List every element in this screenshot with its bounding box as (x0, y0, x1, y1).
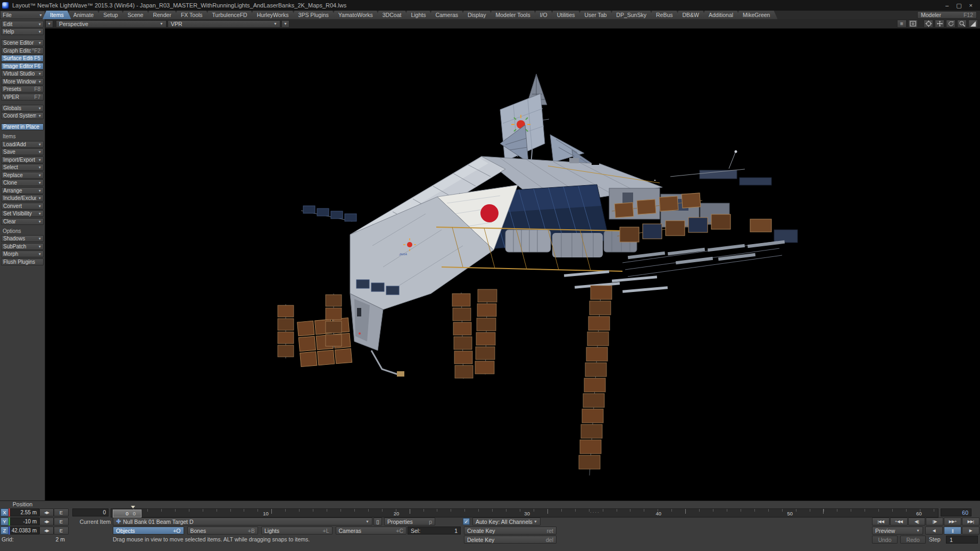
transport-button[interactable]: +◀◀ (890, 517, 908, 525)
render-mode-select[interactable]: VPR ▼ (168, 20, 280, 28)
preview-select[interactable]: Preview ▼ (872, 527, 923, 535)
sidebar-item[interactable]: Coord System ▼ (1, 112, 44, 119)
sidebar-item[interactable]: More Windows ▼ (1, 78, 44, 85)
maximize-button[interactable]: ▢ (956, 2, 961, 9)
current-item-select[interactable]: ✚ Null Bank 01 Beam Target D ▼ (113, 517, 372, 525)
end-frame-field[interactable]: 60 (941, 508, 971, 516)
autokey-select[interactable]: Auto Key: All Channels ▼ (472, 517, 541, 525)
sidebar-item[interactable]: Save ▼ (1, 148, 44, 155)
position-y-field[interactable]: -10 m (10, 517, 39, 525)
sidebar-item[interactable]: Clone ▼ (1, 179, 44, 186)
axis-y-button[interactable]: Y (1, 517, 9, 525)
menu-tab[interactable]: DP_SunSky (609, 11, 654, 19)
view-mode-select[interactable]: Perspective ▼ (56, 20, 167, 28)
sidebar-item[interactable]: Options (1, 228, 44, 235)
pause-button[interactable]: || (944, 527, 961, 535)
menu-tab[interactable]: HurleyWorks (250, 11, 296, 19)
edit-mode-button[interactable]: Bones +B (187, 527, 259, 535)
step-field[interactable]: 1 (946, 536, 978, 544)
sidebar-item[interactable]: Virtual Studio ▼ (1, 70, 44, 77)
viewport-list-icon[interactable]: ≡ (897, 20, 907, 28)
menu-tab[interactable]: TurbulenceFD (205, 11, 255, 19)
position-x-field[interactable]: 2.55 m (10, 508, 39, 516)
sidebar-item[interactable]: Presets F8 (1, 86, 44, 93)
axis-z-button[interactable]: Z (1, 527, 9, 535)
z-stepper[interactable]: ◀▶ (39, 527, 54, 535)
transport-button[interactable]: ||▶ (926, 517, 943, 525)
sidebar-item[interactable]: Parent in Place (1, 123, 44, 130)
sidebar-item[interactable]: Replace ▼ (1, 172, 44, 179)
menu-tab[interactable]: User Tab (577, 11, 614, 19)
axis-x-button[interactable]: X (1, 508, 9, 516)
rotate-view-icon[interactable] (946, 20, 956, 28)
sidebar-item[interactable]: Scene Editor ▼ (1, 39, 44, 46)
sidebar-item[interactable]: Items (1, 133, 44, 140)
sidebar-item[interactable]: Globals ▼ (1, 105, 44, 112)
fit-selected-icon[interactable] (908, 20, 918, 28)
current-frame-field[interactable]: 0 (72, 508, 109, 516)
sidebar-item[interactable]: Import/Export ▼ (1, 156, 44, 163)
viewport-3d[interactable]: JAXA JAXA (45, 29, 980, 500)
sidebar-item[interactable]: Graph Editor ^F2 (1, 47, 44, 54)
menu-tab[interactable]: Modeler Tools (488, 11, 537, 19)
sidebar-item[interactable]: Convert ▼ (1, 203, 44, 210)
viewport-layout-button[interactable]: ▼ (45, 20, 53, 28)
play-reverse-button[interactable]: ◀ (925, 527, 943, 535)
menu-tab[interactable]: FX Tools (173, 11, 210, 19)
redo-button[interactable]: Redo (900, 536, 926, 544)
sidebar-item[interactable]: Morph ▼ (1, 251, 44, 257)
sidebar-item[interactable]: Clear ▼ (1, 218, 44, 225)
sidebar-item[interactable]: Arrange ▼ (1, 187, 44, 194)
z-envelope-button[interactable]: E (54, 527, 69, 535)
minimize-button[interactable]: – (945, 2, 949, 9)
menu-tab[interactable]: Utilities (550, 11, 583, 19)
modeler-button[interactable]: Modeler F12 (917, 11, 977, 19)
pan-view-icon[interactable] (935, 20, 944, 28)
menu-tab[interactable]: Display (460, 11, 493, 19)
sidebar-item[interactable]: Image Editor F6 (1, 63, 44, 70)
file-menu-button[interactable]: File ▼ (0, 11, 45, 19)
close-button[interactable]: × (969, 2, 973, 9)
properties-button[interactable]: Properties p (384, 517, 435, 525)
position-z-field[interactable]: 42.0383 m (10, 527, 39, 535)
edit-mode-button[interactable]: Objects +O (113, 527, 184, 535)
y-envelope-button[interactable]: E (54, 517, 69, 525)
x-stepper[interactable]: ◀▶ (39, 508, 54, 516)
sidebar-item[interactable]: Help ▼ (1, 28, 44, 35)
maximize-viewport-icon[interactable] (968, 20, 978, 28)
autokey-checkbox[interactable]: ✓ (463, 518, 470, 525)
sidebar-item[interactable]: Shadows ▼ (1, 235, 44, 242)
sidebar-item[interactable]: Surface Editor F5 (1, 55, 44, 62)
y-stepper[interactable]: ◀▶ (39, 517, 54, 525)
transport-button[interactable]: ▶▶| (962, 517, 979, 525)
menu-tab[interactable]: Render (145, 11, 178, 19)
delete-key-button[interactable]: Delete Key del (464, 536, 557, 544)
menu-tab[interactable]: Animate (66, 11, 102, 19)
timeline-ruler[interactable]: ···· 0 0102030405060 (111, 508, 939, 517)
sidebar-item[interactable]: VIPER F7 (1, 94, 44, 101)
menu-tab[interactable]: YamatoWorks (331, 11, 380, 19)
menu-tab[interactable]: MikeGreen (735, 11, 777, 19)
sidebar-item[interactable]: SubPatch ▼ (1, 243, 44, 250)
menu-tab[interactable]: Cameras (428, 11, 466, 19)
sidebar-item[interactable]: Include/Exclude ▼ (1, 195, 44, 202)
sidebar-item[interactable]: Flush Plugins (1, 258, 44, 265)
sidebar-item[interactable]: Edit ▼ (1, 21, 44, 28)
sidebar-item[interactable]: Load/Add ▼ (1, 141, 44, 148)
sidebar-item[interactable]: Select ▼ (1, 164, 44, 171)
menu-tab[interactable]: Items (43, 11, 71, 19)
menu-tab[interactable]: 3DCoat (375, 11, 409, 19)
zoom-view-icon[interactable] (957, 20, 967, 28)
edit-mode-button[interactable]: Lights +L (261, 527, 333, 535)
transport-button[interactable]: ▶▶+ (944, 517, 961, 525)
menu-tab[interactable]: Additional (701, 11, 741, 19)
sidebar-item[interactable]: Set Visibility ▼ (1, 210, 44, 217)
create-key-button[interactable]: Create Key ret (464, 527, 557, 535)
play-forward-button[interactable]: ▶ (962, 527, 979, 535)
viewport-options-button[interactable]: ▼ (281, 20, 289, 28)
x-envelope-button[interactable]: E (54, 508, 69, 516)
transport-button[interactable]: |◀◀ (872, 517, 890, 525)
item-picker-button[interactable]: ▯ (373, 517, 382, 525)
transport-button[interactable]: ◀|| (908, 517, 926, 525)
center-item-icon[interactable] (924, 20, 933, 28)
